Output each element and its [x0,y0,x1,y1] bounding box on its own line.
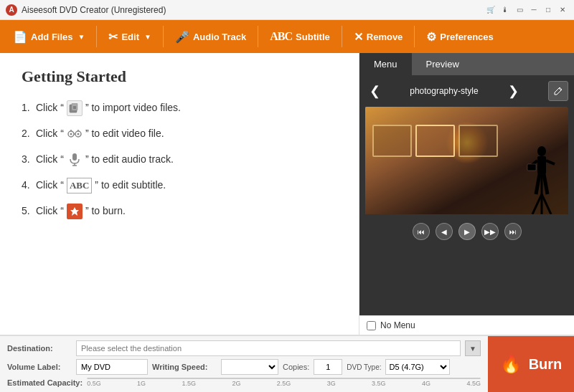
cap-6: 3.5G [372,380,386,387]
media-controls: ⏮ ◀ ▶ ▶▶ ⏭ [413,223,522,240]
audio-track-button[interactable]: 🎤 Audio Track [168,24,253,49]
step-1: 1. Click “ ” to import video files. [22,100,337,116]
prev-style-button[interactable]: ❮ [365,82,385,100]
photo-frame-1 [372,125,412,157]
getting-started-title: Getting Started [22,67,337,86]
dvd-type-select[interactable]: D5 (4.7G) D9 (8.5G) [385,359,450,375]
toolbar: 📄 Add Files ▼ ✂ Edit ▼ 🎤 Audio Track ABC… [0,20,574,53]
rewind-button[interactable]: ◀ [436,223,453,240]
copies-label: Copies: [283,363,309,371]
title-bar-controls: 🛒 🌡 ▭ ─ □ ✕ [485,4,568,16]
photo-frame-3 [458,125,498,157]
gear-icon: ⚙ [426,30,436,44]
svg-line-21 [544,174,547,194]
capacity-container: 0.5G 1G 1.5G 2G 2.5G 3G 3.5G 4G 4.5G [87,378,481,387]
destination-dropdown-button[interactable]: ▼ [465,340,481,356]
photo-frame-2 [415,125,455,157]
capacity-row: Estimated Capacity: 0.5G 1G 1.5G 2G 2.5G… [7,378,481,387]
destination-input[interactable] [76,340,461,356]
add-files-dropdown-arrow: ▼ [78,33,85,41]
cap-8: 4.5G [466,380,481,387]
toolbar-separator-4 [342,26,342,47]
step-5: 5. Click “ ” to burn. [22,204,337,219]
cap-5: 3G [327,380,336,387]
cap-1: 1G [137,380,146,387]
writing-speed-select[interactable] [221,359,278,375]
tab-preview[interactable]: Preview [412,53,474,75]
title-bar: A Aiseesoft DVD Creator (Unregistered) 🛒… [0,0,574,20]
step-5-num: 5. [22,204,36,219]
svg-point-7 [77,133,79,135]
toolbar-separator-5 [414,26,415,47]
next-style-button[interactable]: ❯ [504,82,523,100]
step-1-suffix: ” to import video files. [85,101,181,115]
bottom-bar: Destination: ▼ Volume Label: Writing Spe… [0,335,574,392]
destination-label: Destination: [7,344,72,353]
toolbar-separator-2 [163,26,164,47]
thermometer-icon[interactable]: 🌡 [499,4,511,16]
minimize-button[interactable]: ─ [528,4,540,16]
microphone-icon: 🎤 [175,30,189,44]
menu-preview: ❮ photography-style ❯ [359,75,574,315]
writing-speed-label: Writing Speed: [152,363,217,371]
menu-thumbnail [365,107,568,214]
step-3-suffix: ” to edit audio track. [85,153,174,167]
subtitle-button[interactable]: ABC Subtitle [263,24,337,49]
svg-line-25 [542,194,551,214]
burn-label: Burn [529,356,563,373]
forward-fast-button[interactable]: ⏭ [504,223,522,240]
preferences-button[interactable]: ⚙ Preferences [419,24,500,49]
photographer-silhouette [522,143,557,214]
menu-nav: ❮ photography-style ❯ [365,81,568,101]
add-files-step-icon [67,100,83,116]
subtitle-label: Subtitle [296,32,330,42]
destination-row: Destination: ▼ [7,340,481,356]
maximize-button[interactable]: □ [542,4,554,16]
cap-3: 2G [232,380,240,387]
play-button[interactable]: ▶ [458,223,476,240]
remove-button[interactable]: ✕ Remove [347,24,410,49]
toolbar-separator-3 [258,26,258,47]
step-4-prefix: Click “ [36,178,64,193]
close-button[interactable]: ✕ [557,4,568,16]
no-menu-row: No Menu [359,315,574,335]
cap-2: 1.5G [182,380,196,387]
step-4-num: 4. [22,178,36,193]
edit-button[interactable]: ✂ Edit ▼ [101,24,158,49]
svg-line-19 [546,161,555,164]
bottom-left: Destination: ▼ Volume Label: Writing Spe… [0,336,488,392]
photo-frames [372,125,498,157]
copies-input[interactable] [314,359,342,375]
cap-7: 4G [422,380,430,387]
add-files-button[interactable]: 📄 Add Files ▼ [6,24,92,49]
right-panel: Menu Preview ❮ photography-style ❯ [359,53,574,335]
cart-icon[interactable]: 🛒 [485,4,497,16]
steps-list: 1. Click “ ” to import video files. 2. C… [22,100,337,219]
display-icon[interactable]: ▭ [514,4,525,16]
edit-step-icon [67,126,83,142]
tab-menu[interactable]: Menu [359,53,412,75]
edit-dropdown-arrow: ▼ [144,33,151,41]
svg-rect-11 [72,153,77,161]
rewind-fast-button[interactable]: ⏮ [413,223,430,240]
edit-style-button[interactable] [548,81,568,101]
burn-button[interactable]: 🔥 Burn [488,336,574,392]
forward-button[interactable]: ▶▶ [481,223,499,240]
step-1-prefix: Click “ [36,101,64,115]
step-5-prefix: Click “ [36,204,64,219]
main-content: Getting Started 1. Click “ ” to import v… [0,53,574,335]
svg-rect-22 [527,164,536,171]
step-2-num: 2. [22,127,36,141]
cap-0: 0.5G [87,380,101,387]
step-2-prefix: Click “ [36,127,64,141]
remove-label: Remove [367,32,403,42]
audio-track-label: Audio Track [193,32,246,42]
window-title: Aiseesoft DVD Creator (Unregistered) [22,5,166,15]
title-bar-left: A Aiseesoft DVD Creator (Unregistered) [6,4,166,16]
no-menu-checkbox[interactable] [367,321,376,330]
capacity-labels: 0.5G 1G 1.5G 2G 2.5G 3G 3.5G 4G 4.5G [87,380,481,387]
volume-row: Volume Label: Writing Speed: Copies: DVD… [7,359,481,375]
step-3: 3. Click “ ” to edit audio track. [22,152,337,168]
step-2: 2. Click “ ” to edit video file. [22,126,337,142]
volume-input[interactable] [76,359,148,375]
